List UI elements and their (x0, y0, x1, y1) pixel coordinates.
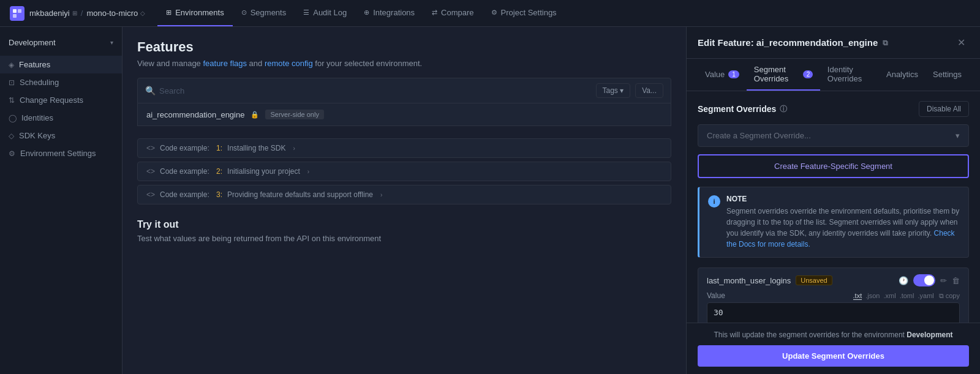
sidebar-item-change-requests[interactable]: ⇅ Change Requests (0, 91, 122, 109)
chevron-3-icon: › (380, 192, 382, 198)
create-feature-segment-button[interactable]: Create Feature-Specific Segment (698, 154, 969, 178)
value-section: Value .txt .json .xml .toml .yaml ⧉ copy (707, 291, 960, 323)
update-segment-overrides-button[interactable]: Update Segment Overrides (698, 345, 969, 367)
try-it-out: Try it out Test what values are being re… (137, 219, 671, 243)
note-icon: i (708, 195, 720, 208)
note-title: NOTE (726, 195, 960, 203)
features-toolbar: 🔍 Tags ▾ Va... (137, 78, 671, 103)
value-format-links: .txt .json .xml .toml .yaml (853, 292, 934, 300)
value-input-wrapper: 30 ⚙ ⚙ (707, 302, 960, 323)
tags-button[interactable]: Tags ▾ (596, 83, 631, 98)
tab-identity-overrides[interactable]: Identity Overrides (820, 59, 879, 91)
sidebar-item-identities[interactable]: ◯ Identities (0, 109, 122, 127)
note-text: Segment overrides override the environme… (726, 206, 960, 250)
value-label: Value .txt .json .xml .toml .yaml ⧉ copy (707, 291, 960, 300)
override-item-actions: 🕐 ✏ 🗑 (899, 274, 960, 286)
clock-icon[interactable]: 🕐 (899, 276, 908, 285)
search-wrapper: 🔍 (145, 86, 591, 95)
chevron-2-icon: › (307, 168, 309, 175)
compare-icon: ⇄ (432, 9, 437, 17)
panel-footer: This will update the segment overrides f… (687, 323, 980, 374)
disable-all-button[interactable]: Disable All (919, 101, 969, 117)
sidebar-item-env-settings[interactable]: ⚙ Environment Settings (0, 144, 122, 162)
tab-segment-overrides[interactable]: Segment Overrides 2 (747, 59, 820, 91)
sidebar-item-sdk-keys[interactable]: ◇ SDK Keys (0, 127, 122, 144)
tab-integrations[interactable]: ⊕ Integrations (355, 0, 423, 26)
app-logo[interactable] (10, 6, 24, 21)
tab-segments[interactable]: ⊙ Segments (233, 0, 295, 26)
audit-icon: ☰ (303, 9, 309, 17)
format-yaml[interactable]: .yaml (918, 292, 933, 300)
features-content: Features View and manage feature flags a… (123, 27, 686, 374)
tab-environments[interactable]: ⊞ Environments (157, 0, 232, 26)
section-header: Segment Overrides ⓘ Disable All (698, 101, 969, 117)
dropdown-chevron-icon: ▾ (956, 131, 960, 140)
copy-title-icon[interactable]: ⧉ (883, 39, 888, 47)
right-panel: Edit Feature: ai_recommendation_engine ⧉… (686, 27, 980, 374)
panel-tabs: Value 1 Segment Overrides 2 Identity Ove… (687, 59, 980, 91)
override-item: last_month_user_logins Unsaved 🕐 ✏ 🗑 Val… (698, 267, 969, 323)
code-example-3[interactable]: <> Code example: 3: Providing feature de… (137, 185, 671, 204)
identities-icon: ◯ (9, 114, 17, 122)
integrations-icon: ⊕ (364, 9, 369, 17)
format-json[interactable]: .json (865, 292, 880, 300)
svg-rect-0 (13, 9, 17, 13)
search-input[interactable] (159, 86, 591, 95)
segment-tab-badge: 2 (803, 70, 813, 78)
breadcrumb-sep: / (81, 9, 83, 18)
breadcrumb: mkbadeniyi ⊞ / mono-to-micro ◇ (29, 9, 145, 18)
top-nav: mkbadeniyi ⊞ / mono-to-micro ◇ ⊞ Environ… (0, 0, 980, 27)
feature-row[interactable]: ai_recommendation_engine 🔒 Server-side o… (137, 103, 671, 126)
panel-title: Edit Feature: ai_recommendation_engine ⧉ (698, 37, 888, 48)
remote-config-link[interactable]: remote config (265, 59, 313, 68)
project-settings-icon: ⚙ (491, 9, 497, 17)
sidebar-item-scheduling[interactable]: ⊡ Scheduling (0, 73, 122, 91)
env-settings-icon: ⚙ (9, 149, 15, 158)
nav-tabs: ⊞ Environments ⊙ Segments ☰ Audit Log ⊕ … (157, 0, 565, 26)
chevron-1-icon: › (293, 145, 295, 152)
value-input[interactable]: 30 (714, 308, 953, 323)
tab-project-settings[interactable]: ⚙ Project Settings (483, 0, 565, 26)
note-content: NOTE Segment overrides override the envi… (726, 195, 960, 250)
sidebar-item-features[interactable]: ◈ Features (0, 56, 122, 73)
feature-name: ai_recommendation_engine (146, 110, 244, 119)
format-txt[interactable]: .txt (853, 292, 862, 300)
feature-flags-link[interactable]: feature flags (203, 59, 247, 68)
info-icon[interactable]: ⓘ (780, 104, 787, 114)
panel-header: Edit Feature: ai_recommendation_engine ⧉… (687, 27, 980, 59)
features-icon: ◈ (9, 61, 14, 69)
env-selector-label: Development (9, 38, 56, 47)
project-icon: ◇ (140, 10, 145, 17)
try-title: Try it out (137, 219, 671, 230)
toggle-switch[interactable] (913, 274, 935, 286)
edit-icon[interactable]: ✏ (940, 276, 947, 285)
format-toml[interactable]: .toml (900, 292, 914, 300)
sdk-keys-icon: ◇ (9, 132, 14, 140)
panel-content: Segment Overrides ⓘ Disable All Create a… (687, 91, 980, 323)
value-filter-button[interactable]: Va... (635, 83, 663, 98)
tab-value[interactable]: Value 1 (698, 59, 747, 91)
org-icon: ⊞ (72, 10, 77, 17)
tab-analytics[interactable]: Analytics (879, 59, 925, 91)
tab-settings[interactable]: Settings (925, 59, 969, 91)
code-examples: <> Code example: 1: Installing the SDK ›… (137, 138, 671, 204)
panel-close-button[interactable]: ✕ (954, 36, 969, 50)
code-example-1[interactable]: <> Code example: 1: Installing the SDK › (137, 138, 671, 158)
value-tab-badge: 1 (728, 70, 739, 78)
format-xml[interactable]: .xml (883, 292, 895, 300)
tab-audit-log[interactable]: ☰ Audit Log (295, 0, 355, 26)
copy-value-button[interactable]: ⧉ copy (939, 292, 960, 300)
svg-rect-2 (13, 14, 17, 18)
tab-compare[interactable]: ⇄ Compare (423, 0, 482, 26)
env-selector[interactable]: Development ▾ (0, 34, 122, 51)
scheduling-icon: ⊡ (9, 78, 15, 87)
change-requests-icon: ⇅ (9, 96, 15, 105)
code-example-2[interactable]: <> Code example: 2: Initialising your pr… (137, 162, 671, 181)
environments-icon: ⊞ (166, 9, 172, 17)
svg-rect-1 (18, 9, 21, 13)
delete-icon[interactable]: 🗑 (952, 276, 960, 285)
breadcrumb-org[interactable]: mkbadeniyi ⊞ (29, 9, 77, 18)
env-chevron-icon: ▾ (110, 39, 113, 46)
breadcrumb-project[interactable]: mono-to-micro ◇ (86, 9, 145, 18)
create-segment-dropdown[interactable]: Create a Segment Override... ▾ (698, 124, 969, 147)
